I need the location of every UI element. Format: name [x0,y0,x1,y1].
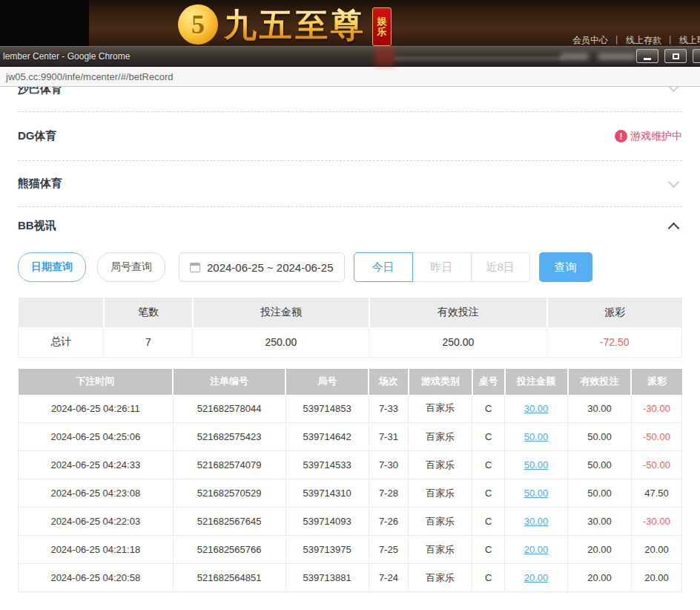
column-header: 派彩 [547,298,682,327]
table-row: 2024-06-25 04:25:06521682575423539714642… [19,423,682,451]
calendar-icon [190,263,200,272]
minimize-icon [644,58,651,60]
logo-entertainment-badge: 娱 乐 [372,7,392,46]
logo-text: 九五至尊 [224,4,366,46]
window-controls [636,49,696,63]
bet-amount-link[interactable]: 30.00 [524,516,549,527]
date-range-value: 2024-06-25 ~ 2024-06-25 [207,261,334,274]
chevron-up-icon [668,222,680,234]
search-button[interactable]: 查询 [539,252,592,282]
minimize-button[interactable] [636,49,658,63]
column-header: 下注时间 [19,369,174,395]
site-logo: 5 九五至尊 娱 乐 [178,4,392,46]
quick-today-button[interactable]: 今日 [354,252,413,282]
chevron-down-icon [668,87,680,92]
table-row: 2024-06-25 04:26:11521682578044539714853… [19,395,682,423]
bet-record-table: 下注时间注单编号局号场次游戏类别桌号投注金额有效投注派彩 2024-06-25 … [18,369,682,593]
summary-table-body: 总计7250.00250.00-72.50 [19,327,682,357]
blurred-badge-reflection [375,47,394,66]
maximize-icon [673,53,679,59]
column-header [19,298,104,327]
bet-amount-link[interactable]: 30.00 [524,403,549,414]
quick-last8days-button[interactable]: 近8日 [471,252,530,282]
column-header: 桌号 [472,369,505,395]
section-dg-sports[interactable]: DG体育 ! 游戏维护中 [18,112,682,161]
bet-amount-link[interactable]: 20.00 [524,544,549,555]
table-row: 2024-06-25 04:22:03521682567645539714093… [19,508,682,536]
bet-table-header-row: 下注时间注单编号局号场次游戏类别桌号投注金额有效投注派彩 [19,369,682,395]
section-bb-video[interactable]: BB视讯 [18,207,682,244]
column-header: 场次 [369,369,409,395]
maintenance-status-badge: ! 游戏维护中 [615,130,682,143]
column-header: 局号 [285,369,369,395]
tab-date-query[interactable]: 日期查询 [18,252,86,282]
table-row: 2024-06-25 04:23:08521682570529539714310… [19,479,682,508]
page-url[interactable]: jw05.cc:9900/infe/mcenter/#/betRecord [6,71,173,82]
table-row: 2024-06-25 04:21:18521682565766539713975… [19,536,682,564]
column-header: 游戏类别 [409,369,472,395]
column-header: 笔数 [104,298,193,327]
url-bar[interactable]: jw05.cc:9900/infe/mcenter/#/betRecord [0,67,700,87]
window-title: lember Center - Google Chrome [3,51,130,62]
maximize-button[interactable] [664,49,687,63]
bet-amount-link[interactable]: 20.00 [524,572,549,583]
table-row: 总计7250.00250.00-72.50 [19,327,682,357]
nav-online-withdraw[interactable]: 线上取 [679,35,700,45]
bet-amount-link[interactable]: 50.00 [524,459,549,470]
quick-yesterday-button[interactable]: 昨日 [412,252,472,282]
column-header: 有效投注 [369,298,547,327]
maintenance-text: 游戏维护中 [630,130,682,143]
table-row: 2024-06-25 04:24:33521682574079539714533… [19,451,682,479]
close-button[interactable] [693,49,700,63]
filter-bar: 日期查询 局号查询 2024-06-25 ~ 2024-06-25 今日 昨日 … [18,252,682,282]
blurred-user-info [598,53,636,60]
quick-date-group: 今日 昨日 近8日 [354,252,530,282]
nav-member-center[interactable]: 会员中心 [572,35,608,45]
column-header: 注单编号 [173,369,285,395]
bet-amount-link[interactable]: 50.00 [524,431,549,442]
exclamation-icon: ! [615,130,627,142]
summary-table: 笔数投注金额有效投注派彩 总计7250.00250.00-72.50 [18,298,682,358]
column-header: 派彩 [631,369,681,395]
bet-amount-link[interactable]: 50.00 [524,488,549,499]
blurred-banner-reflection [393,57,564,60]
site-banner: 5 九五至尊 娱 乐 会员中心丨线上存款丨线上取 [0,0,700,46]
column-header: 投注金额 [193,298,369,327]
banner-left-black-area [0,0,89,46]
logo-circle-icon: 5 [178,4,218,45]
bet-table-body: 2024-06-25 04:26:11521682578044539714853… [19,395,682,592]
column-header: 投注金额 [505,369,568,395]
tab-round-query[interactable]: 局号查询 [97,252,165,282]
section-panda-sports[interactable]: 熊猫体育 [18,161,682,207]
summary-header-row: 笔数投注金额有效投注派彩 [19,298,682,327]
chevron-down-icon [668,177,680,188]
chrome-titlebar[interactable]: lember Center - Google Chrome [0,46,700,67]
blurred-user-info [561,53,589,60]
bet-record-page: 沙巴体育 DG体育 ! 游戏维护中 熊猫体育 BB视讯 日期查询 局号查询 20… [0,87,700,592]
date-range-input[interactable]: 2024-06-25 ~ 2024-06-25 [179,252,345,282]
table-row: 2024-06-25 04:20:58521682564851539713881… [19,564,682,592]
banner-nav-links: 会员中心丨线上存款丨线上取 [572,34,700,46]
nav-online-deposit[interactable]: 线上存款 [626,35,661,45]
column-header: 有效投注 [568,369,632,395]
section-shaba-sports[interactable]: 沙巴体育 [18,87,682,112]
